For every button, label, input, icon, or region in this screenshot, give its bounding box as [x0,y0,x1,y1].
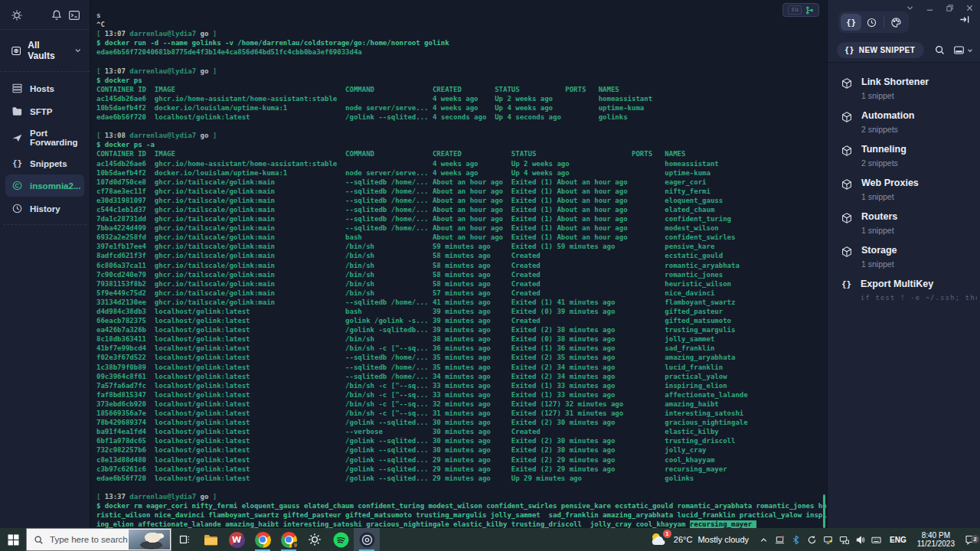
sidebar-item-history[interactable]: History [5,197,84,220]
snippet-export-multikey[interactable]: {} Export MultiKeyif test ! -e ~/.ssh; t… [828,272,980,306]
file-explorer-button[interactable] [198,528,224,551]
left-sidebar: All Vaults Hosts SFTP Port Forwarding {}… [0,0,90,528]
group-count: 1 snippet [861,192,919,201]
group-count: 1 snippet [861,226,897,235]
w-app-icon: W [229,532,245,548]
termius-app-button[interactable] [354,528,380,551]
sidebar-item-label: History [30,204,60,214]
container-row: ea426b7a326b localhost/golink:latest /go… [96,325,827,334]
sync-icon [807,535,817,545]
terminal[interactable]: su s^C[ 13:07 darrenlau@lydia7 go ]$ doc… [90,0,827,528]
command-line: $ docker run -d --name golinks -v /home/… [96,38,827,47]
container-row: edae6b56f720 localhost/golink:latest /go… [96,112,827,122]
container-row: edae6b56f720 localhost/golink:latest /go… [96,474,827,483]
tab-themes[interactable] [886,14,906,31]
window-menu-chevron-icon[interactable] [906,4,914,12]
sidebar-item-snippets[interactable]: {} Snippets [5,153,84,174]
close-icon[interactable] [965,4,974,12]
vault-selector[interactable]: All Vaults [0,30,90,72]
output-line: ^C [96,20,827,29]
minimize-icon[interactable] [926,4,934,12]
output-line: s [96,11,827,20]
action-center-button[interactable]: 2 [960,534,980,545]
snippet-group-routers[interactable]: Routers1 snippet [828,205,980,239]
w-app-button[interactable]: W [224,528,250,551]
command-line: $ docker rm eager_cori nifty_fermi eloqu… [96,501,827,510]
weather-condition: Mostly cloudy [697,535,749,544]
settings-button[interactable] [302,528,328,551]
palette-icon [890,17,902,28]
snippet-group-automation[interactable]: Automation2 snippets [828,104,980,138]
touch-keyboard-tray-button[interactable] [870,535,883,545]
sidebar-divider [3,224,87,225]
chrome-button[interactable] [250,528,276,551]
sidebar-item-port-forwarding[interactable]: Port Forwarding [5,123,84,152]
tray-expand-button[interactable] [757,535,770,545]
container-row: 09c3964c8f61 localhost/golink:latest --s… [96,372,827,381]
snippet-group-tunneling[interactable]: Tunneling2 snippets [828,138,980,171]
shell-prompt: [ 13:08 darrenlau@lydia7 go ] [96,131,827,140]
new-snippet-button[interactable]: {} NEW SNIPPET [837,42,924,58]
snippets-panel: {} {} NEW SNIPPET Link Shortener1 sni [827,0,980,528]
package-icon [841,212,853,224]
terminal-icon[interactable] [68,9,80,21]
bell-icon[interactable] [51,9,63,21]
gear-icon[interactable] [11,9,23,21]
snippet-group-link-shortener[interactable]: Link Shortener1 snippet [828,70,980,104]
terminal-status-badge: su [782,3,819,17]
snippet-group-storage[interactable]: Storage1 snippet [828,239,980,272]
collapse-panel-icon[interactable] [959,14,970,25]
windows-logo-icon [8,534,19,546]
bluetooth-tray-button[interactable] [789,535,802,545]
start-button[interactable] [0,528,26,551]
sidebar-item-hosts[interactable]: Hosts [5,77,84,99]
weather-temp: 26°C [674,535,693,544]
package-icon [841,111,853,123]
search-icon[interactable] [934,44,946,56]
layout-icon[interactable] [953,44,965,56]
package-icon [841,178,853,191]
braces-icon: {} [841,279,852,300]
weather-widget[interactable]: 1 26°C Mostly cloudy [643,532,756,547]
snippets-actions: {} NEW SNIPPET [837,42,974,58]
network-icon [839,535,849,545]
tab-snippets[interactable]: {} [841,14,861,31]
language-indicator[interactable]: ENG [884,536,912,544]
device-tray-button[interactable] [773,535,786,545]
chevron-up-icon [759,535,769,545]
chrome-icon [255,532,271,548]
braces-icon: {} [844,46,854,54]
terminal-line [96,122,827,131]
search-placeholder: Type here to search [50,535,128,544]
system-tray: 1 26°C Mostly cloudy ENG 8:40 PM 11/21/2… [643,528,980,551]
container-row: 7da1c28731dd ghcr.io/tailscale/golink:ma… [96,214,827,223]
taskbar-search[interactable]: Type here to search [26,528,172,551]
snippet-code-preview: if test ! -e ~/.ssh; then … [861,294,977,302]
restore-icon[interactable] [946,4,954,12]
package-icon [841,246,853,258]
chrome-profile-button[interactable] [276,528,302,551]
container-row: 10b5daefb4f2 docker.io/louislam/uptime-k… [96,168,827,178]
clock-widget[interactable]: 8:40 PM 11/21/2023 [912,531,960,549]
snippets-panel-header: {} {} NEW SNIPPET [828,0,980,63]
sidebar-item-session-insomnia2[interactable]: insomnia2... [5,174,84,197]
chevron-down-icon[interactable] [966,47,974,54]
container-row: 78b429689374 localhost/golink:latest /go… [96,418,827,427]
sync-tray-button[interactable] [805,535,818,545]
display-alert-tray-button[interactable] [822,535,835,545]
screen-share-icon [823,535,833,545]
task-view-button[interactable] [172,528,198,551]
terminal-scrollbar-thumb[interactable] [823,494,825,528]
tray-date: 11/21/2023 [917,540,955,549]
sidebar-item-sftp[interactable]: SFTP [5,100,84,122]
volume-tray-button[interactable] [854,535,867,545]
task-view-icon [178,533,191,546]
group-count: 1 snippet [861,259,897,269]
search-highlight-image[interactable] [129,530,170,549]
network-tray-button[interactable] [838,535,851,545]
shell-prompt: [ 13:37 darrenlau@lydia7 go ] [96,492,827,501]
group-count: 2 snippets [861,125,914,134]
tab-history[interactable] [861,14,882,31]
snippet-group-web-proxies[interactable]: Web Proxies1 snippet [828,171,980,205]
spotify-button[interactable] [328,528,354,551]
